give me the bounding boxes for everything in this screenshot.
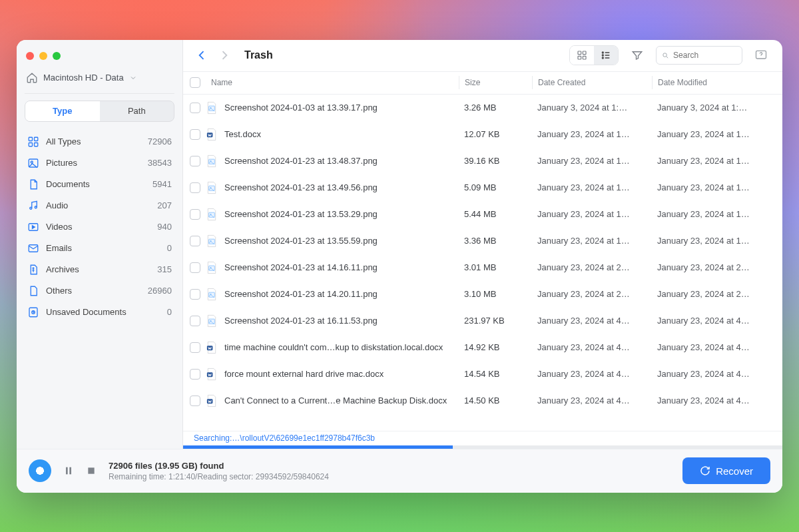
file-row[interactable]: Test.docx12.07 KBJanuary 23, 2024 at 1…J…: [183, 121, 782, 148]
file-size: 14.50 KB: [459, 396, 532, 405]
forward-button[interactable]: [218, 49, 231, 62]
png-file-icon: [206, 101, 218, 115]
toolbar: Trash: [183, 40, 782, 72]
select-all-checkbox[interactable]: [190, 77, 200, 88]
file-checkbox[interactable]: [190, 209, 200, 220]
recover-button[interactable]: Recover: [682, 457, 770, 484]
doc-icon: [27, 178, 39, 190]
sidebar-item-others[interactable]: Others26960: [21, 280, 178, 302]
file-created: January 23, 2024 at 1…: [532, 236, 652, 246]
col-created[interactable]: Date Created: [532, 76, 652, 89]
stop-button[interactable]: [86, 465, 97, 476]
tab-path[interactable]: Path: [100, 101, 174, 121]
file-row[interactable]: Screenshot 2024-01-23 at 13.53.29.png5.4…: [183, 201, 782, 228]
svg-rect-36: [209, 319, 215, 324]
file-row[interactable]: Screenshot 2024-01-23 at 13.48.37.png39.…: [183, 148, 782, 174]
png-file-icon: [206, 208, 218, 221]
sidebar-item-audio[interactable]: Audio207: [21, 195, 178, 216]
column-headers: Name Size Date Created Date Modified: [183, 72, 782, 95]
close-window-button[interactable]: [26, 52, 34, 60]
file-row[interactable]: Screenshot 2024-01-23 at 14.16.11.png3.0…: [183, 254, 782, 281]
sidebar-item-videos[interactable]: Videos940: [21, 216, 178, 238]
svg-point-18: [602, 57, 603, 59]
file-checkbox[interactable]: [190, 156, 200, 166]
file-checkbox[interactable]: [190, 342, 200, 353]
divider: [25, 93, 174, 94]
png-file-icon: [206, 288, 218, 301]
tab-type[interactable]: Type: [25, 101, 100, 121]
file-row[interactable]: Screenshot 2024-01-23 at 16.11.53.png231…: [183, 308, 782, 334]
file-checkbox[interactable]: [190, 129, 200, 140]
sidebar-item-label: All Types: [46, 136, 81, 146]
maximize-window-button[interactable]: [53, 52, 61, 60]
png-file-icon: [206, 261, 218, 274]
recover-label: Recover: [716, 465, 753, 477]
grid-icon: [27, 136, 39, 148]
file-row[interactable]: Screenshot 2024-01-23 at 13.49.56.png5.0…: [183, 174, 782, 201]
sidebar-item-pictures[interactable]: Pictures38543: [21, 152, 178, 174]
file-size: 39.16 KB: [459, 156, 532, 166]
file-name: Can't Connect to a Current…e Machine Bac…: [224, 396, 447, 405]
sidebar-item-emails[interactable]: Emails0: [21, 238, 178, 259]
file-modified: January 3, 2024 at 1:…: [652, 103, 772, 113]
sidebar-item-label: Archives: [46, 264, 79, 274]
file-row[interactable]: force mount external hard drive mac.docx…: [183, 361, 782, 388]
col-size[interactable]: Size: [459, 76, 532, 89]
file-rows[interactable]: Screenshot 2024-01-03 at 13.39.17.png3.2…: [183, 95, 782, 431]
sidebar-item-all-types[interactable]: All Types72906: [21, 131, 178, 152]
file-row[interactable]: Screenshot 2024-01-03 at 13.39.17.png3.2…: [183, 95, 782, 121]
home-icon: [26, 72, 38, 84]
file-created: January 23, 2024 at 1…: [532, 209, 652, 219]
sidebar-item-archives[interactable]: Archives315: [21, 259, 178, 280]
list-icon: [601, 50, 611, 61]
help-button[interactable]: [752, 46, 770, 65]
svg-point-17: [602, 55, 603, 56]
sidebar-item-label: Documents: [46, 179, 90, 189]
col-modified[interactable]: Date Modified: [652, 76, 772, 89]
search-input[interactable]: [656, 46, 742, 65]
unsaved-icon: [27, 306, 39, 318]
file-row[interactable]: time machine couldn't com…kup to disksta…: [183, 334, 782, 361]
view-list-button[interactable]: [594, 46, 618, 65]
pause-button[interactable]: [63, 465, 74, 476]
file-modified: January 23, 2024 at 4…: [652, 396, 772, 405]
file-checkbox[interactable]: [190, 236, 200, 246]
file-row[interactable]: Screenshot 2024-01-23 at 13.55.59.png3.3…: [183, 228, 782, 254]
file-row[interactable]: Screenshot 2024-01-23 at 14.20.11.png3.1…: [183, 281, 782, 308]
file-checkbox[interactable]: [190, 369, 200, 380]
svg-rect-34: [209, 292, 215, 297]
file-checkbox[interactable]: [190, 289, 200, 300]
svg-rect-0: [29, 137, 32, 140]
filter-button[interactable]: [628, 46, 647, 65]
file-row[interactable]: Can't Connect to a Current…e Machine Bac…: [183, 388, 782, 414]
svg-rect-30: [209, 239, 215, 244]
file-modified: January 23, 2024 at 1…: [652, 129, 772, 139]
search-field[interactable]: [673, 51, 736, 60]
help-icon: [754, 49, 768, 62]
sidebar-item-documents[interactable]: Documents5941: [21, 174, 178, 195]
sidebar-item-count: 5941: [152, 179, 172, 189]
file-checkbox[interactable]: [190, 316, 200, 326]
sidebar-item-count: 0: [167, 243, 172, 253]
back-button[interactable]: [195, 49, 208, 62]
sidebar-item-unsaved-documents[interactable]: Unsaved Documents0: [21, 302, 178, 323]
scan-progress: [183, 445, 782, 449]
minimize-window-button[interactable]: [39, 52, 47, 60]
file-created: January 23, 2024 at 4…: [532, 369, 652, 379]
docx-file-icon: [206, 394, 218, 407]
col-name[interactable]: Name: [206, 76, 459, 89]
file-created: January 23, 2024 at 2…: [532, 262, 652, 272]
file-checkbox[interactable]: [190, 103, 200, 113]
file-checkbox[interactable]: [190, 396, 200, 406]
file-checkbox[interactable]: [190, 182, 200, 193]
file-size: 3.26 MB: [459, 103, 532, 113]
file-size: 231.97 KB: [459, 316, 532, 326]
file-checkbox[interactable]: [190, 262, 200, 273]
sidebar-item-count: 315: [157, 264, 172, 274]
png-file-icon: [206, 234, 218, 248]
breadcrumb[interactable]: Macintosh HD - Data: [17, 72, 182, 91]
view-grid-button[interactable]: [570, 46, 594, 65]
status-text: 72906 files (19.95 GB) found Remaining t…: [109, 461, 329, 481]
svg-rect-42: [69, 467, 71, 475]
sidebar-item-label: Pictures: [46, 158, 77, 168]
